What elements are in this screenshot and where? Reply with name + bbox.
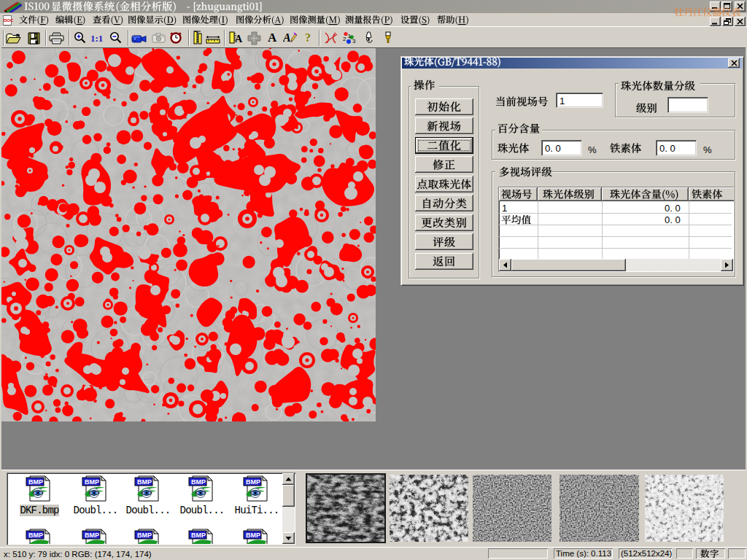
svg-text:BMP: BMP: [191, 478, 206, 486]
svg-text:2: 2: [343, 36, 347, 42]
svg-text:DOC: DOC: [4, 18, 13, 23]
svg-text:BMP: BMP: [28, 478, 43, 486]
svg-text:BMP: BMP: [85, 532, 99, 539]
svg-text:1:1: 1:1: [90, 33, 103, 43]
svg-text:BMP: BMP: [246, 532, 260, 539]
svg-text:BMP: BMP: [137, 532, 152, 539]
svg-text:3: 3: [352, 38, 356, 44]
svg-text:1: 1: [348, 33, 352, 39]
svg-text:BMP: BMP: [191, 532, 206, 539]
svg-text:BMP: BMP: [246, 478, 260, 486]
svg-text:BMP: BMP: [85, 478, 99, 486]
svg-text:A: A: [283, 31, 291, 43]
svg-text:?: ?: [305, 31, 311, 44]
svg-text:BMP: BMP: [137, 478, 152, 486]
svg-text:BMP: BMP: [28, 532, 43, 539]
svg-text:A: A: [235, 34, 243, 44]
svg-text:A: A: [268, 31, 277, 43]
